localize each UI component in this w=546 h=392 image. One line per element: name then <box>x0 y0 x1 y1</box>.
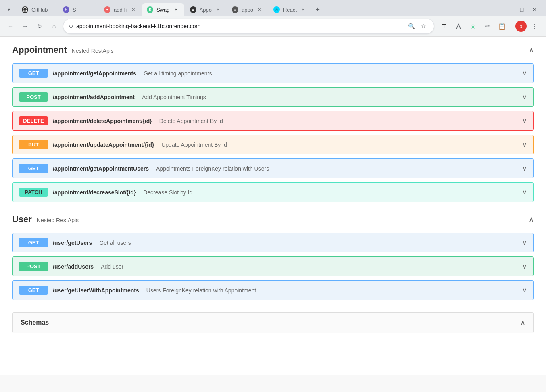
appointment-title-group: Appointment Nested RestApis <box>12 45 114 55</box>
back-button[interactable]: ← <box>5 21 16 32</box>
user-section-toggle[interactable]: ∧ <box>529 215 534 224</box>
tab-react[interactable]: ⚛ React ✕ <box>269 3 311 16</box>
endpoint-left: GET /user/getUserWithAppointments Users … <box>19 286 522 295</box>
endpoint-desc: Decrease Slot by Id <box>143 189 192 196</box>
endpoint-desc: Appointments ForeignKey relation with Us… <box>156 165 269 172</box>
endpoint-row[interactable]: PUT /appointment/updateAppointment/{id} … <box>12 135 534 154</box>
endpoint-chevron-icon[interactable]: ∨ <box>522 188 527 196</box>
tab-appo-close[interactable]: ✕ <box>215 6 221 13</box>
toolbar-divider <box>512 22 512 30</box>
endpoint-left: POST /appointment/addAppointment Add App… <box>19 92 522 102</box>
s-icon: S <box>63 6 69 13</box>
appointment-section-header: Appointment Nested RestApis ∧ <box>12 45 534 57</box>
tab-appo2-close[interactable]: ✕ <box>256 6 263 13</box>
endpoint-desc: Delete Appointment By Id <box>159 118 223 124</box>
tab-react-close[interactable]: ✕ <box>300 6 306 13</box>
tab-dropdown-button[interactable]: ▾ <box>3 4 15 15</box>
endpoint-chevron-icon[interactable]: ∨ <box>522 286 527 294</box>
tab-swagger-close[interactable]: ✕ <box>173 6 179 13</box>
tab-appo[interactable]: ● Appo ✕ <box>185 3 226 16</box>
window-controls: ─ □ ✕ <box>504 5 543 15</box>
schemas-header[interactable]: Schemas ∧ <box>13 313 533 333</box>
addti-icon: ● <box>104 6 110 13</box>
method-badge-patch: PATCH <box>19 188 48 197</box>
endpoint-row[interactable]: DELETE /appointment/deleteAppointment/{i… <box>12 111 534 131</box>
swagger-icon: S <box>147 6 153 13</box>
user-endpoint-list: GET /user/getUsers Get all users ∨ POST … <box>12 233 534 300</box>
endpoint-row[interactable]: GET /appointment/getAppointmentUsers App… <box>12 158 534 178</box>
clipboard-icon[interactable]: 📋 <box>496 20 508 33</box>
appo2-icon: ● <box>232 6 238 13</box>
reload-button[interactable]: ↻ <box>34 21 45 32</box>
endpoint-left: POST /user/addUsers Add user <box>19 262 522 271</box>
tab-swagger-label: Swag <box>156 7 170 13</box>
chrome-menu-icon[interactable]: ⋮ <box>528 20 541 33</box>
endpoint-row[interactable]: GET /appointment/getAppointments Get all… <box>12 63 534 83</box>
extension-circle-icon[interactable]: ◎ <box>467 20 479 33</box>
endpoint-chevron-icon[interactable]: ∨ <box>522 239 527 246</box>
method-badge-put: PUT <box>19 140 48 149</box>
tab-appo2-label: appo <box>242 7 253 13</box>
forward-button[interactable]: → <box>19 21 31 32</box>
endpoint-left: GET /user/getUsers Get all users <box>19 238 522 247</box>
user-title: User <box>12 214 32 224</box>
minimize-button[interactable]: ─ <box>504 5 514 15</box>
appointment-title: Appointment <box>12 45 67 55</box>
bookmark-icon[interactable]: ☆ <box>419 21 428 31</box>
close-button[interactable]: ✕ <box>530 5 540 15</box>
tab-addti[interactable]: ● addTi ✕ <box>99 3 141 16</box>
endpoint-chevron-icon[interactable]: ∨ <box>522 263 527 270</box>
search-icon[interactable]: 🔍 <box>406 21 416 31</box>
home-button[interactable]: ⌂ <box>48 21 60 32</box>
endpoint-path: /appointment/getAppointments <box>53 70 136 77</box>
react-icon: ⚛ <box>273 6 280 13</box>
tab-github[interactable]: GitHub <box>17 3 57 16</box>
endpoint-row[interactable]: POST /appointment/addAppointment Add App… <box>12 87 534 107</box>
appo-icon: ● <box>190 6 196 13</box>
maximize-button[interactable]: □ <box>517 5 527 15</box>
endpoint-desc: Add Appointment Timings <box>142 94 206 100</box>
endpoint-chevron-icon[interactable]: ∨ <box>522 117 527 125</box>
endpoint-path: /appointment/updateAppointment/{id} <box>53 142 154 148</box>
translate-icon[interactable]: T <box>438 20 450 33</box>
endpoint-chevron-icon[interactable]: ∨ <box>522 93 527 101</box>
schemas-title: Schemas <box>21 319 49 326</box>
tab-appo2[interactable]: ● appo ✕ <box>227 3 268 16</box>
new-tab-button[interactable]: + <box>312 4 323 15</box>
method-badge-post: POST <box>19 262 48 271</box>
endpoint-row[interactable]: PATCH /appointment/decreaseSlot/{id} Dec… <box>12 182 534 202</box>
endpoint-row[interactable]: GET /user/getUserWithAppointments Users … <box>12 280 534 300</box>
endpoint-row[interactable]: POST /user/addUsers Add user ∨ <box>12 256 534 276</box>
user-subtitle: Nested RestApis <box>37 217 79 223</box>
tab-addti-label: addTi <box>114 7 127 13</box>
schemas-toggle[interactable]: ∧ <box>520 318 525 327</box>
tab-swagger[interactable]: S Swag ✕ <box>142 3 184 16</box>
method-badge-get: GET <box>19 286 48 295</box>
appointment-subtitle: Nested RestApis <box>72 48 114 54</box>
method-badge-delete: DELETE <box>19 116 48 125</box>
endpoint-chevron-icon[interactable]: ∨ <box>522 69 527 77</box>
endpoint-row[interactable]: GET /user/getUsers Get all users ∨ <box>12 233 534 252</box>
endpoint-chevron-icon[interactable]: ∨ <box>522 165 527 172</box>
endpoint-path: /appointment/decreaseSlot/{id} <box>53 189 136 196</box>
address-bar[interactable]: ⊙ appointment-booking-backend-k1fc.onren… <box>63 19 434 34</box>
pen-icon[interactable]: ✏ <box>481 20 494 33</box>
endpoint-desc: Add user <box>101 263 123 270</box>
endpoint-desc: Users ForeignKey relation with Appointme… <box>146 287 256 294</box>
appointment-section-toggle[interactable]: ∧ <box>529 46 534 54</box>
tab-s[interactable]: S S <box>58 3 98 16</box>
profile-avatar[interactable]: a <box>515 21 527 32</box>
endpoint-path: /user/addUsers <box>53 263 94 270</box>
tab-addti-close[interactable]: ✕ <box>130 6 136 13</box>
toolbar-icons: T ◎ ✏ 📋 a ⋮ <box>438 20 541 33</box>
tab-github-label: GitHub <box>31 7 52 13</box>
tab-appo-label: Appo <box>200 7 212 13</box>
tab-react-label: React <box>283 7 297 13</box>
security-icon: ⊙ <box>69 23 73 29</box>
yandex-icon[interactable] <box>452 20 465 33</box>
endpoint-left: DELETE /appointment/deleteAppointment/{i… <box>19 116 522 125</box>
endpoint-path: /appointment/getAppointmentUsers <box>53 165 149 172</box>
url-text: appointment-booking-backend-k1fc.onrende… <box>76 23 403 29</box>
address-icons: 🔍 ☆ <box>406 21 428 31</box>
endpoint-chevron-icon[interactable]: ∨ <box>522 141 527 148</box>
